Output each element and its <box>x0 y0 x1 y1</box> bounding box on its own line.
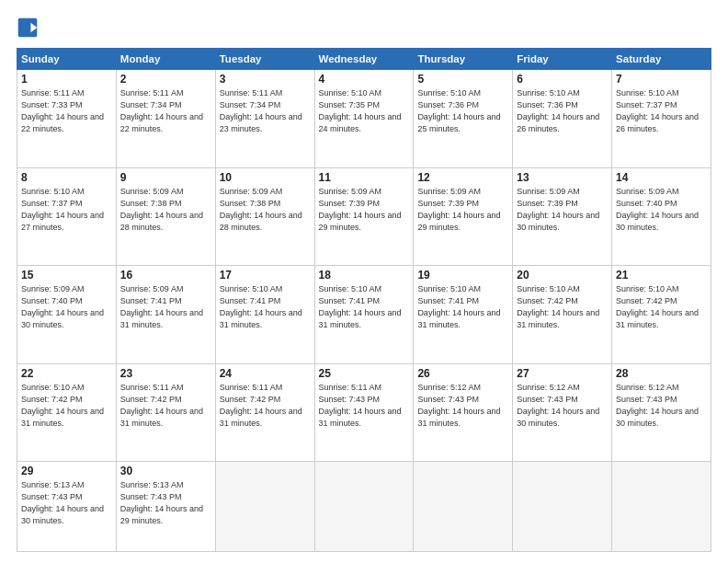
cell-info: Sunrise: 5:13 AMSunset: 7:43 PMDaylight:… <box>120 480 203 525</box>
calendar-cell: 2Sunrise: 5:11 AMSunset: 7:34 PMDaylight… <box>116 70 215 168</box>
calendar-cell: 18Sunrise: 5:10 AMSunset: 7:41 PMDayligh… <box>314 266 414 364</box>
day-header-monday: Monday <box>116 49 215 70</box>
calendar-cell: 21Sunrise: 5:10 AMSunset: 7:42 PMDayligh… <box>612 266 711 364</box>
cell-info: Sunrise: 5:11 AMSunset: 7:34 PMDaylight:… <box>120 88 203 133</box>
calendar-cell <box>414 462 513 552</box>
calendar-cell <box>215 462 314 552</box>
calendar-cell <box>513 462 612 552</box>
calendar-cell: 17Sunrise: 5:10 AMSunset: 7:41 PMDayligh… <box>215 266 314 364</box>
day-number: 28 <box>616 367 707 380</box>
day-number: 2 <box>120 73 211 86</box>
cell-info: Sunrise: 5:11 AMSunset: 7:33 PMDaylight:… <box>21 88 104 133</box>
day-number: 22 <box>21 367 112 380</box>
day-number: 15 <box>21 269 112 282</box>
calendar-cell: 16Sunrise: 5:09 AMSunset: 7:41 PMDayligh… <box>116 266 215 364</box>
cell-info: Sunrise: 5:10 AMSunset: 7:41 PMDaylight:… <box>319 284 402 329</box>
calendar-cell: 24Sunrise: 5:11 AMSunset: 7:42 PMDayligh… <box>215 363 314 462</box>
cell-info: Sunrise: 5:09 AMSunset: 7:39 PMDaylight:… <box>417 187 500 232</box>
calendar-cell: 1Sunrise: 5:11 AMSunset: 7:33 PMDaylight… <box>17 70 117 168</box>
day-number: 23 <box>120 367 211 380</box>
day-number: 9 <box>120 171 211 184</box>
cell-info: Sunrise: 5:09 AMSunset: 7:41 PMDaylight:… <box>120 284 203 329</box>
day-number: 20 <box>517 269 608 282</box>
day-number: 24 <box>220 367 311 380</box>
day-number: 30 <box>120 465 211 477</box>
calendar-cell: 10Sunrise: 5:09 AMSunset: 7:38 PMDayligh… <box>215 167 314 266</box>
calendar-cell: 15Sunrise: 5:09 AMSunset: 7:40 PMDayligh… <box>17 266 117 364</box>
cell-info: Sunrise: 5:13 AMSunset: 7:43 PMDaylight:… <box>21 480 104 525</box>
calendar-cell: 26Sunrise: 5:12 AMSunset: 7:43 PMDayligh… <box>414 363 513 462</box>
day-number: 10 <box>220 171 311 184</box>
calendar-week-row: 8Sunrise: 5:10 AMSunset: 7:37 PMDaylight… <box>17 167 711 266</box>
cell-info: Sunrise: 5:12 AMSunset: 7:43 PMDaylight:… <box>616 383 699 428</box>
calendar-cell: 7Sunrise: 5:10 AMSunset: 7:37 PMDaylight… <box>612 70 711 168</box>
cell-info: Sunrise: 5:10 AMSunset: 7:42 PMDaylight:… <box>616 284 699 329</box>
day-number: 21 <box>616 269 707 282</box>
day-number: 18 <box>319 269 410 282</box>
cell-info: Sunrise: 5:10 AMSunset: 7:36 PMDaylight:… <box>417 88 500 133</box>
day-header-saturday: Saturday <box>612 49 711 70</box>
day-number: 13 <box>517 171 608 184</box>
calendar-cell: 12Sunrise: 5:09 AMSunset: 7:39 PMDayligh… <box>414 167 513 266</box>
day-header-sunday: Sunday <box>17 49 117 70</box>
calendar-cell: 9Sunrise: 5:09 AMSunset: 7:38 PMDaylight… <box>116 167 215 266</box>
calendar-cell: 20Sunrise: 5:10 AMSunset: 7:42 PMDayligh… <box>513 266 612 364</box>
cell-info: Sunrise: 5:11 AMSunset: 7:43 PMDaylight:… <box>319 383 402 428</box>
cell-info: Sunrise: 5:09 AMSunset: 7:39 PMDaylight:… <box>517 187 599 232</box>
cell-info: Sunrise: 5:09 AMSunset: 7:39 PMDaylight:… <box>319 187 402 232</box>
calendar-cell: 28Sunrise: 5:12 AMSunset: 7:43 PMDayligh… <box>612 363 711 462</box>
cell-info: Sunrise: 5:10 AMSunset: 7:41 PMDaylight:… <box>417 284 500 329</box>
calendar-cell: 8Sunrise: 5:10 AMSunset: 7:37 PMDaylight… <box>17 167 117 266</box>
calendar-cell: 30Sunrise: 5:13 AMSunset: 7:43 PMDayligh… <box>116 462 215 552</box>
cell-info: Sunrise: 5:09 AMSunset: 7:40 PMDaylight:… <box>21 284 104 329</box>
day-number: 27 <box>517 367 608 380</box>
cell-info: Sunrise: 5:10 AMSunset: 7:35 PMDaylight:… <box>319 88 402 133</box>
cell-info: Sunrise: 5:10 AMSunset: 7:37 PMDaylight:… <box>21 187 104 232</box>
day-number: 25 <box>319 367 410 380</box>
page: SundayMondayTuesdayWednesdayThursdayFrid… <box>0 0 728 563</box>
calendar-cell <box>314 462 414 552</box>
calendar-cell: 27Sunrise: 5:12 AMSunset: 7:43 PMDayligh… <box>513 363 612 462</box>
day-number: 5 <box>417 73 508 86</box>
day-number: 6 <box>517 73 608 86</box>
logo-icon <box>17 17 39 39</box>
calendar-cell: 19Sunrise: 5:10 AMSunset: 7:41 PMDayligh… <box>414 266 513 364</box>
calendar-table: SundayMondayTuesdayWednesdayThursdayFrid… <box>17 48 711 552</box>
day-header-wednesday: Wednesday <box>314 49 414 70</box>
calendar-cell <box>612 462 711 552</box>
cell-info: Sunrise: 5:10 AMSunset: 7:37 PMDaylight:… <box>616 88 699 133</box>
cell-info: Sunrise: 5:10 AMSunset: 7:42 PMDaylight:… <box>517 284 599 329</box>
calendar-cell: 29Sunrise: 5:13 AMSunset: 7:43 PMDayligh… <box>17 462 117 552</box>
day-number: 11 <box>319 171 410 184</box>
cell-info: Sunrise: 5:12 AMSunset: 7:43 PMDaylight:… <box>517 383 599 428</box>
calendar-cell: 23Sunrise: 5:11 AMSunset: 7:42 PMDayligh… <box>116 363 215 462</box>
day-number: 1 <box>21 73 112 86</box>
calendar-cell: 11Sunrise: 5:09 AMSunset: 7:39 PMDayligh… <box>314 167 414 266</box>
logo <box>17 17 42 39</box>
day-number: 4 <box>319 73 410 86</box>
day-number: 17 <box>220 269 311 282</box>
day-number: 16 <box>120 269 211 282</box>
day-number: 3 <box>220 73 311 86</box>
header <box>17 17 711 39</box>
cell-info: Sunrise: 5:12 AMSunset: 7:43 PMDaylight:… <box>417 383 500 428</box>
cell-info: Sunrise: 5:11 AMSunset: 7:42 PMDaylight:… <box>220 383 302 428</box>
day-number: 29 <box>21 465 112 477</box>
calendar-week-row: 15Sunrise: 5:09 AMSunset: 7:40 PMDayligh… <box>17 266 711 364</box>
day-header-thursday: Thursday <box>414 49 513 70</box>
cell-info: Sunrise: 5:09 AMSunset: 7:38 PMDaylight:… <box>120 187 203 232</box>
calendar-cell: 4Sunrise: 5:10 AMSunset: 7:35 PMDaylight… <box>314 70 414 168</box>
calendar-cell: 3Sunrise: 5:11 AMSunset: 7:34 PMDaylight… <box>215 70 314 168</box>
cell-info: Sunrise: 5:10 AMSunset: 7:42 PMDaylight:… <box>21 383 104 428</box>
cell-info: Sunrise: 5:11 AMSunset: 7:34 PMDaylight:… <box>220 88 302 133</box>
cell-info: Sunrise: 5:10 AMSunset: 7:41 PMDaylight:… <box>220 284 302 329</box>
calendar-cell: 22Sunrise: 5:10 AMSunset: 7:42 PMDayligh… <box>17 363 117 462</box>
cell-info: Sunrise: 5:09 AMSunset: 7:38 PMDaylight:… <box>220 187 302 232</box>
day-header-tuesday: Tuesday <box>215 49 314 70</box>
cell-info: Sunrise: 5:09 AMSunset: 7:40 PMDaylight:… <box>616 187 699 232</box>
calendar-header-row: SundayMondayTuesdayWednesdayThursdayFrid… <box>17 49 711 70</box>
day-number: 26 <box>417 367 508 380</box>
calendar-cell: 14Sunrise: 5:09 AMSunset: 7:40 PMDayligh… <box>612 167 711 266</box>
cell-info: Sunrise: 5:10 AMSunset: 7:36 PMDaylight:… <box>517 88 599 133</box>
day-number: 8 <box>21 171 112 184</box>
